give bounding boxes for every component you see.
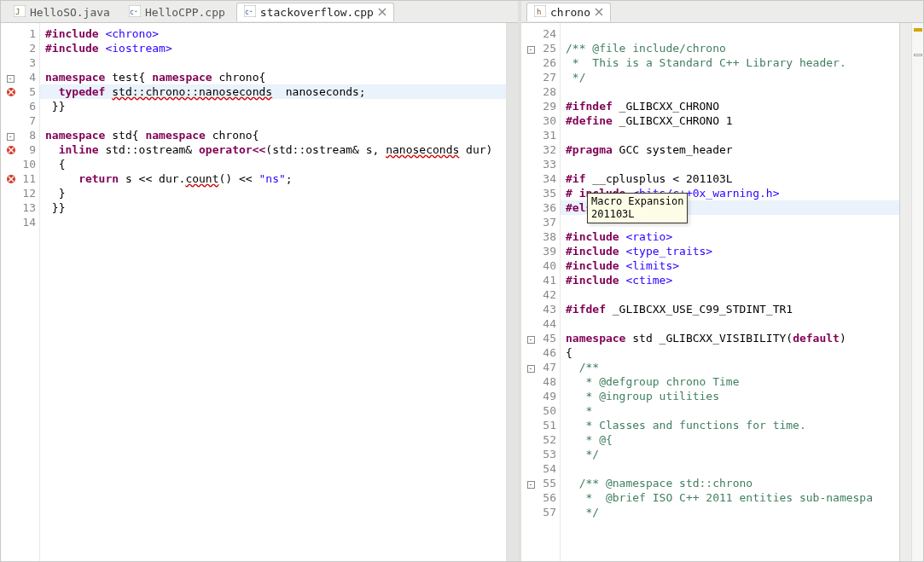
code-line[interactable]: return s << dur.count() << "ns"; (45, 171, 506, 186)
code-line[interactable]: #include <type_traits> (566, 244, 899, 258)
code-line[interactable]: { (45, 157, 506, 171)
editor-body-left: -- 1234567891011121314 #include <chrono>… (1, 23, 518, 561)
line-number: 14 (18, 215, 36, 229)
line-number: 11 (18, 171, 36, 186)
line-number: 9 (18, 142, 36, 157)
code-line[interactable] (566, 26, 899, 41)
code-line[interactable]: }} (45, 99, 506, 113)
line-number: 53 (538, 447, 556, 461)
line-number: 7 (18, 113, 36, 128)
tab-bar-left: JHelloSO.javac⁺HelloCPP.cppc⁺stackoverfl… (1, 1, 518, 23)
code-line[interactable]: */ (566, 70, 899, 84)
code-line[interactable]: typedef std::chrono::nanoseconds nanosec… (45, 84, 506, 99)
fold-toggle-icon[interactable]: - (527, 365, 535, 373)
line-number: 52 (538, 432, 556, 447)
fold-toggle-icon[interactable]: - (7, 75, 15, 83)
tab-label: HelloCPP.cpp (145, 6, 225, 19)
overview-ruler-left[interactable] (506, 23, 518, 561)
line-number: 55 (538, 476, 556, 490)
code-line[interactable]: * @brief ISO C++ 2011 entities sub-names… (566, 490, 899, 505)
tab-label: chrono (550, 6, 590, 19)
code-line[interactable]: * @defgroup chrono Time (566, 374, 899, 389)
code-line[interactable]: } (45, 186, 506, 200)
line-number: 46 (538, 345, 556, 360)
line-number: 47 (538, 360, 556, 374)
code-line[interactable] (566, 128, 899, 142)
code-line[interactable] (566, 316, 899, 331)
line-number: 40 (538, 258, 556, 273)
line-number: 49 (538, 389, 556, 403)
tab-chrono[interactable]: hchrono (526, 3, 611, 21)
svg-text:c⁺: c⁺ (130, 9, 138, 16)
line-number: 51 (538, 418, 556, 432)
code-area-right[interactable]: /** @file include/chrono * This is a Sta… (561, 23, 899, 561)
code-line[interactable]: #ifndef _GLIBCXX_CHRONO (566, 99, 899, 113)
line-number: 57 (538, 505, 556, 519)
code-line[interactable]: { (566, 345, 899, 360)
ide-root: JHelloSO.javac⁺HelloCPP.cppc⁺stackoverfl… (0, 0, 924, 562)
code-line[interactable]: #include <chrono> (45, 26, 506, 41)
code-line[interactable]: #include <limits> (566, 258, 899, 273)
code-line[interactable]: #ifdef _GLIBCXX_USE_C99_STDINT_TR1 (566, 302, 899, 316)
code-line[interactable] (45, 215, 506, 229)
line-number: 1 (18, 26, 36, 41)
tab-hellocpp-cpp[interactable]: c⁺HelloCPP.cpp (121, 3, 233, 21)
code-line[interactable]: * @{ (566, 432, 899, 447)
file-icon: J (14, 5, 26, 20)
code-line[interactable]: /** @namespace std::chrono (566, 476, 899, 490)
line-number: 28 (538, 84, 556, 99)
fold-toggle-icon[interactable]: - (527, 481, 535, 489)
code-line[interactable] (566, 157, 899, 171)
code-line[interactable]: /** (566, 360, 899, 374)
tooltip-title: Macro Expansion (591, 195, 683, 208)
line-number: 29 (538, 99, 556, 113)
code-line[interactable]: namespace test{ namespace chrono{ (45, 70, 506, 84)
code-line[interactable] (566, 461, 899, 476)
code-line[interactable]: * @ingroup utilities (566, 389, 899, 403)
close-icon[interactable] (378, 6, 386, 19)
tab-helloso-java[interactable]: JHelloSO.java (6, 3, 118, 21)
close-icon[interactable] (595, 6, 603, 19)
code-area-left[interactable]: #include <chrono>#include <iostream>name… (40, 23, 506, 561)
code-line[interactable]: */ (566, 505, 899, 519)
error-marker-icon (1, 84, 18, 99)
code-line[interactable]: * Classes and functions for time. (566, 418, 899, 432)
line-number: 44 (538, 316, 556, 331)
line-number: 36 (538, 200, 556, 215)
tooltip-value: 201103L (591, 208, 683, 221)
code-line[interactable]: #pragma GCC system_header (566, 142, 899, 157)
code-line[interactable]: namespace std{ namespace chrono{ (45, 128, 506, 142)
code-line[interactable]: namespace std _GLIBCXX_VISIBILITY(defaul… (566, 331, 899, 345)
code-line[interactable]: #include <iostream> (45, 41, 506, 55)
fold-toggle-icon[interactable]: - (527, 336, 535, 344)
code-line[interactable]: #define _GLIBCXX_CHRONO 1 (566, 113, 899, 128)
fold-toggle-icon[interactable]: - (7, 133, 15, 141)
line-number-gutter-right: 2425262728293031323334353637383940414243… (538, 23, 561, 561)
code-line[interactable]: }} (45, 200, 506, 215)
code-line[interactable]: */ (566, 447, 899, 461)
code-line[interactable] (566, 287, 899, 302)
code-line[interactable]: * This is a Standard C++ Library header. (566, 55, 899, 70)
line-number: 42 (538, 287, 556, 302)
code-line[interactable] (45, 55, 506, 70)
code-line[interactable] (45, 113, 506, 128)
line-number: 33 (538, 157, 556, 171)
code-line[interactable]: inline std::ostream& operator<<(std::ost… (45, 142, 506, 157)
code-line[interactable]: /** @file include/chrono (566, 41, 899, 55)
tab-stackoverflow-cpp[interactable]: c⁺stackoverflow.cpp (236, 3, 394, 21)
line-number: 3 (18, 55, 36, 70)
code-line[interactable] (566, 84, 899, 99)
line-number: 41 (538, 273, 556, 287)
vertical-scrollbar-right[interactable] (899, 23, 911, 561)
tab-label: stackoverflow.cpp (260, 6, 374, 19)
code-line[interactable]: #include <ctime> (566, 273, 899, 287)
line-number: 48 (538, 374, 556, 389)
code-line[interactable]: #include <ratio> (566, 229, 899, 244)
tab-bar-right: hchrono (521, 1, 923, 23)
overview-ruler-right[interactable] (911, 23, 923, 561)
code-line[interactable]: #if __cplusplus < 201103L (566, 171, 899, 186)
line-number: 13 (18, 200, 36, 215)
code-line[interactable]: * (566, 403, 899, 418)
editor-pane-left: JHelloSO.javac⁺HelloCPP.cppc⁺stackoverfl… (1, 1, 521, 561)
fold-toggle-icon[interactable]: - (527, 46, 535, 54)
